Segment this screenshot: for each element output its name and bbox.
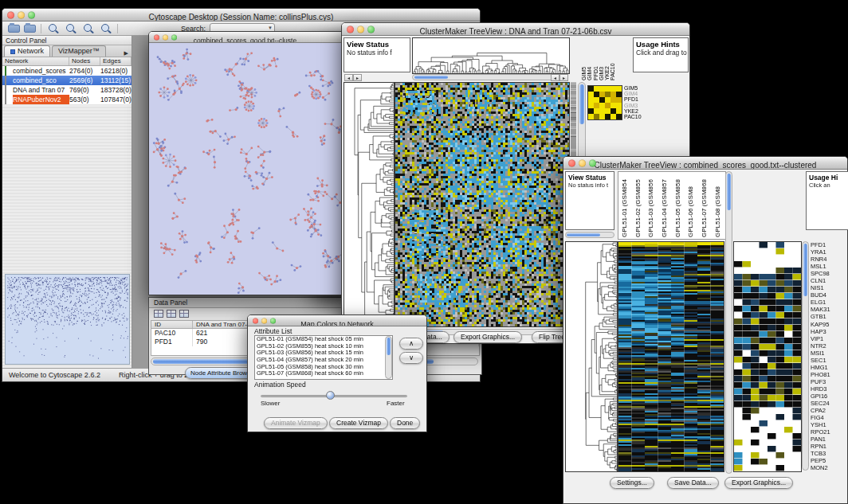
- minimize-button[interactable]: [163, 34, 168, 40]
- network-row[interactable]: DNA and Tran 07 769(0) 183728(0): [2, 85, 132, 95]
- gene-label[interactable]: PFD1: [811, 241, 830, 248]
- gene-label[interactable]: GPI16: [811, 393, 830, 400]
- speed-slider-thumb[interactable]: [326, 391, 335, 400]
- column-label[interactable]: GPL51-08 (GSM8: [712, 172, 725, 239]
- minimize-button[interactable]: [579, 159, 586, 166]
- gene-label[interactable]: MSI1: [811, 350, 830, 357]
- create-vizmap-button[interactable]: Create Vizmap: [329, 417, 388, 429]
- attribute-delete-icon[interactable]: [179, 310, 189, 318]
- gene-label[interactable]: MAK31: [811, 306, 830, 313]
- heatmap-global[interactable]: [395, 82, 570, 327]
- gene-label[interactable]: RPO21: [811, 428, 830, 436]
- gene-label[interactable]: VIP1: [811, 335, 830, 342]
- gene-label[interactable]: PAN1: [811, 436, 830, 443]
- zoom-out-icon[interactable]: [65, 23, 76, 34]
- gene-label[interactable]: NIS1: [811, 284, 830, 291]
- heatmap-zoom[interactable]: [733, 241, 802, 472]
- scroll-right-icon[interactable]: ▸: [353, 74, 362, 81]
- zoom-fit-icon[interactable]: [100, 23, 111, 34]
- column-label[interactable]: GPL51-05 (GSM858: [672, 172, 685, 239]
- gene-label[interactable]: BUD4: [811, 291, 830, 299]
- column-label[interactable]: GPL51-07 (GSM868: [698, 172, 712, 239]
- minimize-button[interactable]: [357, 25, 364, 33]
- dendrogram-hscrollbar[interactable]: [412, 74, 568, 80]
- zoom-button[interactable]: [367, 25, 375, 33]
- close-button[interactable]: [7, 11, 14, 18]
- scroll-right-icon[interactable]: ▸: [559, 74, 568, 81]
- gene-label[interactable]: CPA2: [811, 407, 830, 414]
- column-label[interactable]: GPL51-03 (GSM856: [645, 172, 658, 239]
- dropdown-arrow-icon[interactable]: ▼: [268, 25, 273, 30]
- gene-label[interactable]: YSH1: [811, 421, 830, 428]
- export-graphics-button[interactable]: Export Graphics...: [724, 477, 793, 489]
- birdseye-overview[interactable]: [5, 274, 130, 365]
- zoom-button[interactable]: [28, 11, 35, 18]
- gene-label[interactable]: PUF3: [811, 378, 830, 385]
- gene-label[interactable]: GTB1: [811, 313, 830, 320]
- open-session-icon[interactable]: [8, 25, 20, 33]
- gene-label[interactable]: YKE2: [624, 108, 642, 114]
- titlebar[interactable]: Cytoscape Desktop (Session Name: collins…: [2, 9, 480, 21]
- scroll-thumb[interactable]: [414, 76, 448, 79]
- column-dendrogram[interactable]: [412, 37, 570, 74]
- scroll-thumb[interactable]: [803, 244, 807, 296]
- col-edges[interactable]: Edges: [100, 57, 132, 65]
- gene-label[interactable]: GIM5: [624, 85, 642, 91]
- close-button[interactable]: [253, 318, 258, 323]
- row-dendrogram[interactable]: [344, 82, 395, 327]
- close-button[interactable]: [568, 159, 575, 166]
- scroll-thumb[interactable]: [727, 174, 731, 210]
- attribute-list-item[interactable]: GPL51-07 (GSM868) heat shock 60 min: [255, 370, 392, 377]
- zoom-selected-icon[interactable]: [82, 23, 93, 34]
- gene-label[interactable]: SEC1: [811, 357, 830, 364]
- move-up-button[interactable]: ∧: [399, 338, 423, 350]
- gene-label[interactable]: HMG1: [811, 364, 830, 371]
- gene-label[interactable]: SPC98: [811, 270, 830, 277]
- gene-label[interactable]: NTR2: [811, 342, 830, 350]
- gene-label[interactable]: HRD3: [811, 385, 830, 393]
- column-label[interactable]: GPL51-01 (GSM854: [618, 172, 632, 239]
- minimize-button[interactable]: [261, 318, 267, 323]
- column-label[interactable]: GPL51-02 (GSM855: [632, 172, 646, 239]
- attribute-list[interactable]: GPL51-01 (GSM854) heat shock 05 minGPL51…: [254, 335, 393, 380]
- scroll-thumb[interactable]: [387, 338, 391, 355]
- gene-label[interactable]: PHO81: [811, 371, 830, 378]
- titlebar[interactable]: combined_scores_good.txt--cluste...: [149, 32, 347, 43]
- list-scrollbar[interactable]: [385, 336, 392, 379]
- network-canvas[interactable]: [149, 43, 347, 295]
- tab-overflow-arrow[interactable]: ▶: [121, 50, 132, 57]
- gene-label[interactable]: CLN1: [811, 277, 830, 284]
- scroll-left-icon[interactable]: ◂: [551, 74, 559, 81]
- gene-label[interactable]: MON2: [811, 464, 830, 471]
- network-row[interactable]: combined_sco 2569(6) 13112(15): [2, 76, 132, 85]
- titlebar[interactable]: ClusterMaker TreeView : combined_scores_…: [563, 157, 847, 170]
- zoom-heatmap-matrix[interactable]: [587, 85, 622, 120]
- zoom-in-icon[interactable]: [47, 23, 58, 34]
- settings-button[interactable]: Settings...: [610, 477, 654, 489]
- zoom-button[interactable]: [171, 34, 177, 40]
- scroll-left-icon[interactable]: ◂: [344, 74, 353, 81]
- close-button[interactable]: [347, 25, 354, 33]
- treeview-combined-window[interactable]: ClusterMaker TreeView : combined_scores_…: [563, 156, 848, 504]
- gene-label[interactable]: YRA1: [811, 248, 830, 256]
- titlebar[interactable]: ClusterMaker TreeView : DNA and Tran 07-…: [342, 23, 689, 36]
- col-network[interactable]: Network: [2, 57, 69, 65]
- done-button[interactable]: Done: [390, 417, 420, 429]
- gene-label[interactable]: PAC10: [624, 114, 642, 119]
- scroll-thumb[interactable]: [567, 233, 600, 236]
- gene-label[interactable]: GIM3: [624, 103, 642, 108]
- gene-label[interactable]: MSL1: [811, 263, 830, 270]
- pane-hscrollbar[interactable]: [565, 232, 614, 238]
- row-dendrogram[interactable]: [565, 241, 618, 472]
- zoom-button[interactable]: [589, 159, 596, 166]
- col-id[interactable]: ID: [151, 321, 193, 328]
- attribute-create-icon[interactable]: [167, 310, 176, 318]
- gene-label[interactable]: GIM4: [624, 91, 642, 96]
- minimize-button[interactable]: [18, 11, 25, 18]
- zoom-button[interactable]: [270, 318, 276, 323]
- export-graphics-button[interactable]: Export Graphics...: [453, 331, 522, 343]
- column-label[interactable]: GPL51-06 (GSM8: [685, 172, 698, 239]
- map-colors-dialog[interactable]: Map Colors to Network Attribute List GPL…: [247, 315, 427, 432]
- save-data-button[interactable]: Save Data...: [667, 477, 719, 489]
- gene-label[interactable]: FIG4: [811, 414, 830, 421]
